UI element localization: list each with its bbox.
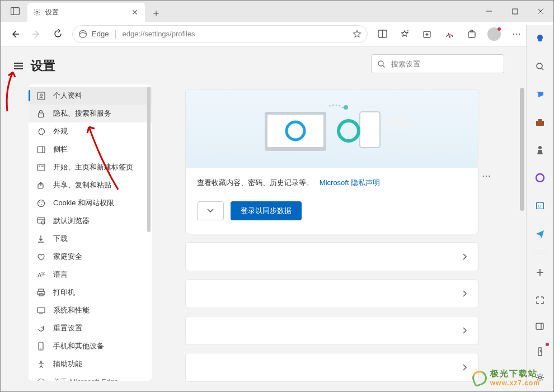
sidebar-search2[interactable] <box>531 58 549 75</box>
minimize-button[interactable] <box>476 1 502 22</box>
accessibility-icon <box>36 360 45 369</box>
nav-item-language[interactable]: A字 语言 <box>29 266 152 284</box>
settings-expander-3[interactable] <box>185 316 478 345</box>
svg-rect-18 <box>468 32 475 37</box>
more-button[interactable]: ⋯ <box>506 24 527 44</box>
profile-button[interactable] <box>484 24 504 44</box>
svg-point-64 <box>536 174 544 182</box>
nav-label: 语言 <box>53 270 68 280</box>
svg-rect-72 <box>538 348 542 356</box>
nav-label: 家庭安全 <box>53 252 82 262</box>
nav-item-printer[interactable]: 打印机 <box>29 284 152 301</box>
nav-item-system[interactable]: 系统和性能 <box>29 301 152 319</box>
card-more-button[interactable]: ⋯ <box>482 171 492 181</box>
address-bar[interactable]: Edge | edge://settings/profiles <box>72 25 368 43</box>
svg-rect-62 <box>538 119 542 121</box>
nav-item-downloads[interactable]: 下载 <box>29 230 152 248</box>
nav-item-sidebar[interactable]: 侧栏 <box>29 140 152 158</box>
maximize-button[interactable] <box>502 1 528 22</box>
svg-point-47 <box>40 348 41 350</box>
refresh-button[interactable] <box>48 24 68 44</box>
svg-rect-42 <box>37 291 45 295</box>
nav-item-share[interactable]: 共享、复制和粘贴 <box>29 176 152 194</box>
settings-expander-2[interactable] <box>185 279 478 308</box>
close-tab-icon[interactable]: ✕ <box>130 8 139 17</box>
nav-item-family[interactable]: 家庭安全 <box>29 248 152 266</box>
performance-button[interactable] <box>439 24 459 44</box>
nav-label: 重置设置 <box>53 323 82 333</box>
privacy-link[interactable]: Microsoft 隐私声明 <box>320 178 380 187</box>
search-input[interactable] <box>391 60 498 68</box>
nav-item-accessibility[interactable]: 辅助功能 <box>29 355 152 373</box>
settings-heading: 设置 <box>31 58 55 74</box>
nav-label: 外观 <box>53 126 68 136</box>
sidebar-search[interactable] <box>531 30 549 48</box>
tabspace-button[interactable] <box>5 3 25 20</box>
sidebar-shopping[interactable] <box>531 86 549 103</box>
svg-point-35 <box>41 204 42 205</box>
sidebar-tools[interactable] <box>531 114 549 131</box>
palette-icon <box>36 127 45 136</box>
settings-expander-1[interactable] <box>185 242 478 271</box>
settings-expander-4[interactable] <box>185 353 478 382</box>
edge-sidebar: O <box>526 25 553 391</box>
settings-panel: 设置 个人资料 隐私、搜索和服务 外观 侧栏 开始、主页和新建标签页 共享、复制… <box>8 53 152 381</box>
svg-point-57 <box>344 105 348 110</box>
sidebar-send[interactable] <box>531 225 549 243</box>
sidebar-outlook[interactable]: O <box>531 197 549 215</box>
nav-item-privacy[interactable]: 隐私、搜索和服务 <box>29 105 152 122</box>
content-area: 查看收藏内容、密码、历史记录等。 Microsoft 隐私声明 登录以同步数据 … <box>185 46 553 389</box>
svg-point-56 <box>339 121 359 141</box>
new-tab-button[interactable]: ＋ <box>147 4 165 22</box>
collections-button[interactable] <box>417 24 437 44</box>
extensions-button[interactable] <box>462 24 482 44</box>
hamburger-icon[interactable] <box>14 63 23 69</box>
svg-rect-55 <box>360 112 380 148</box>
back-button[interactable] <box>5 24 25 44</box>
svg-text:字: 字 <box>41 272 45 277</box>
svg-point-9 <box>79 30 87 37</box>
browser-tab[interactable]: 设置 ✕ <box>27 3 145 22</box>
svg-point-58 <box>383 115 415 131</box>
sidebar-collapse[interactable] <box>531 317 549 335</box>
sidebar-office[interactable] <box>531 169 549 187</box>
nav-item-about[interactable]: 关于 Microsoft Edge <box>29 373 152 381</box>
profile-dropdown[interactable] <box>197 201 224 220</box>
nav-item-default-browser[interactable]: 默认浏览器 <box>29 212 152 230</box>
svg-point-49 <box>37 379 44 381</box>
content-scrollbar[interactable] <box>520 88 525 388</box>
sidebar-capture[interactable] <box>531 291 549 309</box>
close-window-button[interactable] <box>528 1 553 22</box>
svg-point-22 <box>40 94 42 96</box>
nav-item-reset[interactable]: 重置设置 <box>29 319 152 337</box>
favorites-button[interactable] <box>395 24 415 44</box>
forward-button[interactable] <box>26 24 46 44</box>
nav-item-appearance[interactable]: 外观 <box>29 122 152 140</box>
svg-rect-61 <box>536 121 544 126</box>
nav-label: 开始、主页和新建标签页 <box>53 162 133 172</box>
sidebar-customize[interactable] <box>531 343 549 361</box>
watermark-logo <box>470 369 489 387</box>
edge-icon-small <box>36 377 45 381</box>
edge-icon <box>78 30 87 39</box>
sidebar-add[interactable] <box>531 263 549 281</box>
nav-item-cookies[interactable]: Cookie 和网站权限 <box>29 194 152 212</box>
svg-point-24 <box>39 130 40 131</box>
search-icon <box>377 60 386 68</box>
sidebar-divider <box>533 253 547 253</box>
signin-button[interactable]: 登录以同步数据 <box>231 201 302 220</box>
settings-search[interactable] <box>371 54 504 73</box>
nav-scrollbar[interactable] <box>147 87 151 232</box>
split-screen-button[interactable] <box>372 24 392 44</box>
favorite-star-icon[interactable] <box>353 30 361 39</box>
svg-rect-44 <box>37 308 45 313</box>
browser-icon <box>36 216 45 225</box>
nav-item-start[interactable]: 开始、主页和新建标签页 <box>29 158 152 176</box>
nav-item-profile[interactable]: 个人资料 <box>29 87 152 105</box>
nav-item-phone[interactable]: 手机和其他设备 <box>29 337 152 355</box>
svg-rect-53 <box>267 115 323 147</box>
sidebar-icon <box>36 145 45 154</box>
svg-line-60 <box>542 68 543 70</box>
nav-label: 系统和性能 <box>53 305 90 315</box>
sidebar-games[interactable] <box>531 141 549 159</box>
